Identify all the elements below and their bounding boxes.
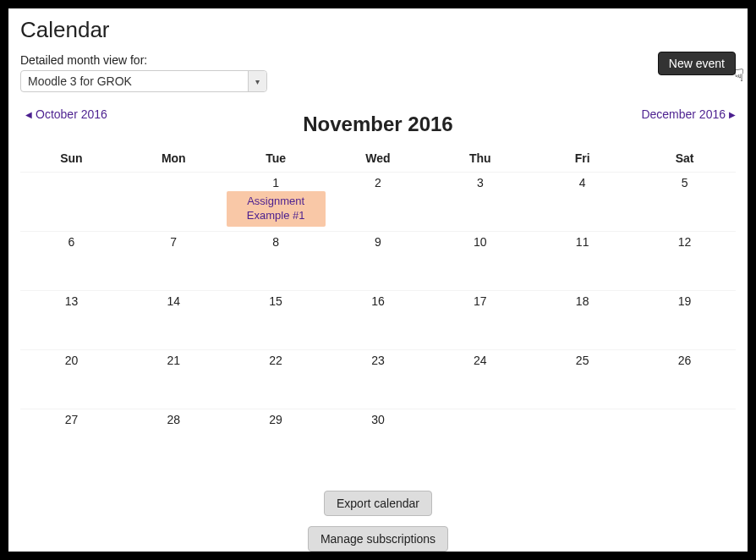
calendar-cell [123,173,225,232]
triangle-right-icon: ▶ [729,110,736,119]
day-number: 18 [531,291,633,308]
weekday-header: Mon [123,151,225,173]
day-number: 21 [123,350,225,367]
calendar-cell[interactable]: 18 [531,291,633,350]
next-month-link[interactable]: December 2016 ▶ [641,107,736,121]
day-number: 12 [633,232,736,249]
day-number: 20 [20,350,123,367]
calendar-cell[interactable]: 3 [429,173,531,232]
calendar-cell[interactable]: 19 [633,291,736,350]
day-number: 10 [429,232,531,249]
day-number: 15 [225,291,327,308]
calendar-cell[interactable]: 14 [123,291,225,350]
calendar-cell[interactable]: 13 [20,291,123,350]
day-number: 19 [633,291,736,308]
day-number: 29 [225,409,327,426]
calendar-cell[interactable]: 2 [327,173,430,232]
page-title: Calendar [20,17,736,43]
day-number: 27 [20,409,123,426]
calendar-cell[interactable]: 24 [429,350,531,409]
calendar-cell[interactable]: 20 [20,350,123,409]
day-number: 2 [327,173,430,189]
export-calendar-button[interactable]: Export calendar [324,491,432,516]
weekday-header: Fri [531,151,633,173]
day-number: 30 [327,409,430,426]
day-number: 22 [225,350,327,367]
new-event-button[interactable]: New event [658,52,736,75]
calendar-cell[interactable]: 17 [429,291,531,350]
calendar-cell[interactable]: 10 [429,232,531,291]
course-select-value: Moodle 3 for GROK [28,74,132,88]
calendar-cell[interactable]: 28 [123,409,225,469]
weekday-header: Sun [20,151,123,173]
course-select-label: Detailed month view for: [20,53,267,67]
weekday-header: Tue [225,151,327,173]
calendar-cell[interactable]: 9 [327,232,430,291]
day-number: 28 [123,409,225,426]
calendar-cell[interactable]: 25 [531,350,633,409]
day-number: 17 [429,291,531,308]
day-number: 7 [123,232,225,249]
prev-month-label: October 2016 [36,107,107,121]
calendar-cell[interactable]: 21 [123,350,225,409]
manage-subscriptions-button[interactable]: Manage subscriptions [308,526,448,552]
calendar-cell[interactable]: 4 [531,173,633,232]
day-number: 8 [225,232,327,249]
calendar-cell[interactable]: 7 [123,232,225,291]
day-number: 14 [123,291,225,308]
calendar-cell[interactable]: 22 [225,350,327,409]
day-number: 9 [327,232,430,249]
calendar-cell [20,173,123,232]
day-number: 4 [531,173,633,189]
day-number: 11 [531,232,633,249]
calendar-cell [633,409,736,469]
day-number: 25 [531,350,633,367]
calendar-cell[interactable]: 8 [225,232,327,291]
calendar-grid: SunMonTueWedThuFriSat 1Assignment Exampl… [20,151,736,469]
day-number: 16 [327,291,430,308]
calendar-cell[interactable]: 23 [327,350,430,409]
calendar-cell[interactable]: 11 [531,232,633,291]
calendar-cell[interactable]: 6 [20,232,123,291]
calendar-cell[interactable]: 29 [225,409,327,469]
day-number: 6 [20,232,123,249]
current-month-title: November 2016 [20,107,736,136]
day-number: 3 [429,173,531,189]
course-select[interactable]: Moodle 3 for GROK ▾ [20,70,267,92]
dropdown-arrow-icon: ▾ [248,71,266,91]
calendar-cell[interactable]: 15 [225,291,327,350]
day-number: 5 [633,173,736,189]
calendar-cell[interactable]: 30 [327,409,430,469]
weekday-header: Thu [429,151,531,173]
next-month-label: December 2016 [641,107,726,121]
calendar-cell [429,409,531,469]
weekday-header: Sat [633,151,736,173]
calendar-cell [531,409,633,469]
calendar-cell[interactable]: 5 [633,173,736,232]
triangle-left-icon: ◀ [25,110,32,119]
prev-month-link[interactable]: ◀ October 2016 [25,107,107,121]
day-number: 13 [20,291,123,308]
calendar-cell[interactable]: 26 [633,350,736,409]
day-number: 23 [327,350,430,367]
calendar-cell[interactable]: 27 [20,409,123,469]
day-number: 24 [429,350,531,367]
calendar-event[interactable]: Assignment Example #1 [227,191,326,227]
weekday-header: Wed [327,151,430,173]
day-number: 26 [633,350,736,367]
calendar-cell[interactable]: 1Assignment Example #1 [225,173,327,232]
day-number: 1 [225,173,327,189]
calendar-cell[interactable]: 12 [633,232,736,291]
calendar-cell[interactable]: 16 [327,291,430,350]
